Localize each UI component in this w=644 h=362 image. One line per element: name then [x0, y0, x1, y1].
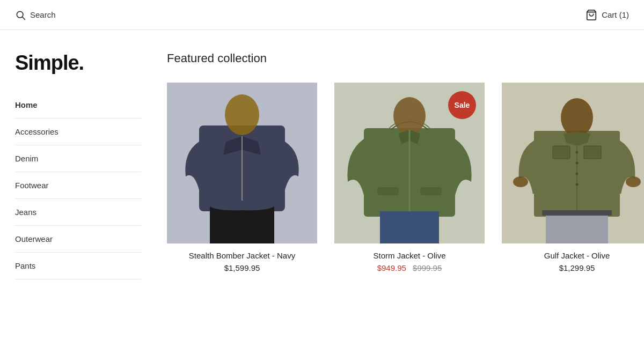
- svg-point-21: [576, 173, 579, 175]
- svg-rect-13: [420, 187, 442, 195]
- product-name-2: Storm Jacket - Olive: [373, 251, 445, 260]
- svg-point-5: [225, 94, 259, 135]
- svg-point-25: [513, 176, 528, 187]
- product-card-gulf-jacket[interactable]: Gulf Jacket - Olive $1,299.95: [502, 83, 644, 272]
- cart-icon: [586, 9, 597, 21]
- product-image-wrap-1: [167, 83, 317, 243]
- main-wrapper: Simple. Home Accessories Denim Footwear …: [0, 30, 644, 294]
- svg-rect-7: [210, 206, 274, 243]
- search-icon: [15, 10, 26, 20]
- product-grid: Stealth Bomber Jacket - Navy $1,599.95: [167, 83, 644, 272]
- svg-rect-28: [542, 210, 612, 216]
- section-title: Featured collection: [167, 51, 644, 65]
- product-name-1: Stealth Bomber Jacket - Navy: [189, 251, 295, 260]
- sidebar-item-pants[interactable]: Pants: [15, 253, 141, 279]
- svg-rect-12: [377, 187, 399, 195]
- product-image-wrap-2: Sale: [334, 83, 485, 243]
- sidebar-item-jeans[interactable]: Jeans: [15, 199, 141, 226]
- nav-list: Home Accessories Denim Footwear Jeans Ou…: [15, 92, 141, 279]
- sidebar-item-outerwear[interactable]: Outerwear: [15, 226, 141, 253]
- product-price-1: $1,599.95: [224, 263, 260, 272]
- sidebar-item-denim[interactable]: Denim: [15, 145, 141, 172]
- svg-rect-14: [380, 211, 439, 243]
- svg-rect-24: [584, 146, 601, 159]
- sidebar: Simple. Home Accessories Denim Footwear …: [15, 30, 141, 294]
- svg-point-20: [576, 162, 579, 165]
- cart-label: Cart (1): [602, 10, 629, 19]
- svg-point-26: [626, 176, 641, 187]
- svg-point-10: [393, 97, 426, 135]
- search-label: Search: [30, 10, 56, 19]
- cart-area[interactable]: Cart (1): [586, 9, 629, 21]
- search-area[interactable]: Search: [15, 10, 56, 20]
- product-name-3: Gulf Jacket - Olive: [544, 251, 610, 260]
- product-image-gulf-jacket: [502, 83, 644, 243]
- sale-price-2: $949.95: [377, 263, 406, 272]
- original-price-2: $999.95: [413, 263, 442, 272]
- product-card-storm-jacket[interactable]: Sale Storm Jacket - Olive $949.95 $999.9…: [334, 83, 485, 272]
- product-price-3: $1,299.95: [559, 263, 595, 272]
- product-price-2: $949.95 $999.95: [377, 263, 442, 272]
- top-bar: Search Cart (1): [0, 0, 644, 30]
- svg-rect-23: [553, 146, 570, 159]
- svg-point-22: [576, 183, 579, 186]
- svg-point-19: [576, 151, 579, 154]
- svg-line-1: [23, 17, 25, 19]
- sidebar-item-accessories[interactable]: Accessories: [15, 119, 141, 145]
- svg-point-17: [561, 98, 593, 137]
- sidebar-item-footwear[interactable]: Footwear: [15, 172, 141, 199]
- product-image-stealth-bomber: [167, 83, 317, 243]
- main-content: Featured collection: [141, 30, 644, 294]
- sale-badge: Sale: [448, 91, 476, 119]
- brand-title[interactable]: Simple.: [15, 51, 141, 75]
- product-image-wrap-3: [502, 83, 644, 243]
- product-card-stealth-bomber[interactable]: Stealth Bomber Jacket - Navy $1,599.95: [167, 83, 317, 272]
- svg-rect-27: [546, 212, 608, 243]
- sidebar-item-home[interactable]: Home: [15, 92, 141, 119]
